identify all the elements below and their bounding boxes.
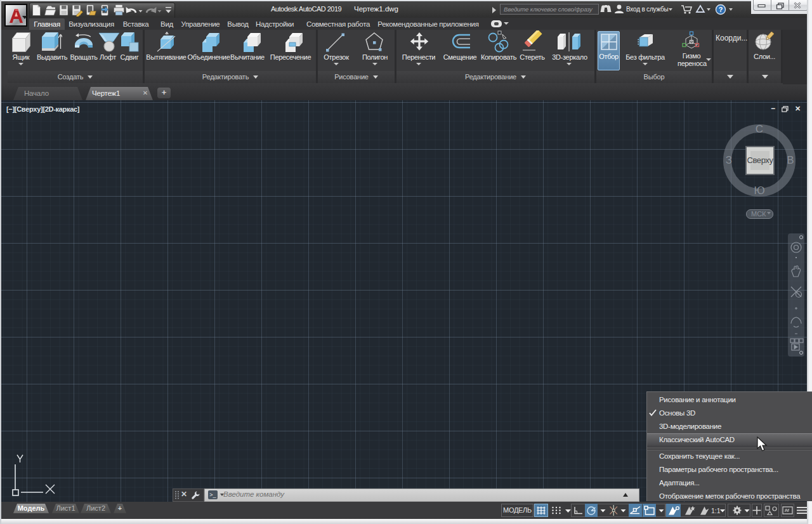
svg-text:?: ? (719, 6, 723, 13)
svg-text:1:1: 1:1 (711, 507, 721, 514)
